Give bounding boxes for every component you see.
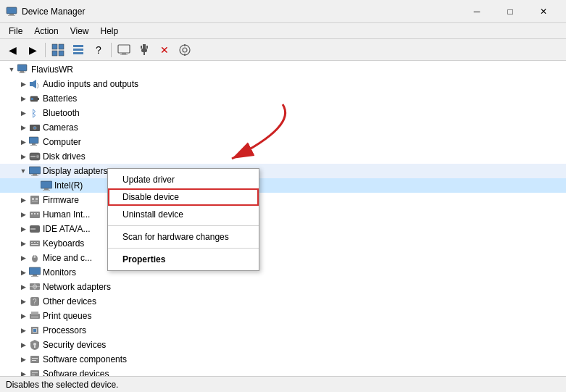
- menu-action[interactable]: Action: [28, 25, 64, 38]
- svg-rect-56: [30, 228, 36, 230]
- monitors-expand-icon[interactable]: ▶: [17, 267, 29, 278]
- cameras-expand-icon[interactable]: ▶: [17, 122, 29, 133]
- keyboards-label: Keyboards: [43, 238, 84, 249]
- ideata-expand-icon[interactable]: ▶: [17, 223, 29, 235]
- tree-item-monitors[interactable]: ▶ Monitors: [0, 265, 566, 280]
- toolbar-back[interactable]: ◀: [3, 41, 22, 59]
- svg-rect-65: [29, 267, 41, 275]
- keyboards-expand-icon[interactable]: ▶: [17, 238, 29, 249]
- displayadapters-icon: [29, 165, 41, 177]
- svg-point-80: [33, 343, 36, 346]
- menu-view[interactable]: View: [64, 25, 95, 38]
- tree-item-batteries[interactable]: ▶ Batteries: [0, 91, 566, 106]
- network-expand-icon[interactable]: ▶: [17, 281, 29, 293]
- tree-item-bluetooth[interactable]: ▶ ᛒ Bluetooth: [0, 106, 566, 120]
- tree-item-network[interactable]: ▶ Network adapters: [0, 280, 566, 294]
- diskdrives-expand-icon[interactable]: ▶: [17, 151, 29, 162]
- root-expand-icon[interactable]: ▼: [6, 64, 17, 75]
- computer-expand-icon[interactable]: ▶: [17, 136, 29, 148]
- svg-rect-82: [30, 356, 39, 363]
- toolbar: ◀ ▶ ? ✕: [0, 39, 566, 61]
- toolbar-monitor[interactable]: [115, 41, 133, 59]
- ctx-uninstall-device[interactable]: Uninstall device: [108, 206, 259, 223]
- toolbar-help[interactable]: ?: [89, 41, 108, 59]
- svg-rect-46: [43, 190, 50, 191]
- firmware-icon: [29, 194, 41, 206]
- tree-item-printqueues[interactable]: ▶ Print queues: [0, 309, 566, 323]
- toolbar-forward[interactable]: ▶: [23, 41, 42, 59]
- svg-point-39: [36, 155, 39, 158]
- tree-item-softwarecomp[interactable]: ▶ Software components: [0, 352, 566, 367]
- svg-rect-57: [30, 241, 40, 246]
- menu-help[interactable]: Help: [95, 25, 125, 38]
- minimize-button[interactable]: ─: [460, 0, 494, 23]
- ctx-disable-device[interactable]: Disable device: [108, 188, 259, 206]
- displayadapters-expand-icon[interactable]: ▼: [17, 165, 29, 177]
- network-icon: [29, 281, 41, 293]
- svg-rect-8: [73, 49, 83, 51]
- batteries-expand-icon[interactable]: ▶: [17, 93, 29, 104]
- svg-rect-24: [19, 72, 25, 73]
- tree-root[interactable]: ▼ FlaviusWR: [0, 62, 566, 77]
- tree-item-ideata[interactable]: ▶ IDE ATA/A...: [0, 222, 566, 236]
- maximize-button[interactable]: □: [494, 0, 527, 23]
- printqueues-expand-icon[interactable]: ▶: [17, 310, 29, 322]
- tree-item-displayadapters[interactable]: ▼ Display adapters: [0, 164, 566, 178]
- processors-expand-icon[interactable]: ▶: [17, 325, 29, 336]
- security-expand-icon[interactable]: ▶: [17, 339, 29, 351]
- security-label: Security devices: [43, 340, 106, 350]
- svg-point-19: [183, 48, 187, 52]
- svg-rect-86: [32, 372, 38, 373]
- toolbar-plug[interactable]: [135, 41, 154, 59]
- security-icon: [29, 339, 41, 351]
- svg-rect-47: [30, 196, 39, 204]
- tree-item-cameras[interactable]: ▶ Cameras: [0, 120, 566, 135]
- diskdrives-icon: [29, 151, 41, 162]
- ctx-properties[interactable]: Properties: [108, 251, 259, 268]
- tree-view[interactable]: ▼ FlaviusWR ▶ ) Audio inputs and outputs…: [0, 61, 566, 376]
- ctx-sep1: [108, 225, 259, 226]
- firmware-expand-icon[interactable]: ▶: [17, 194, 29, 206]
- window-title: Device Manager: [22, 7, 460, 17]
- bluetooth-expand-icon[interactable]: ▶: [17, 107, 29, 119]
- tree-item-firmware[interactable]: ▶ Firmware: [0, 193, 566, 207]
- tree-item-security[interactable]: ▶ Security devices: [0, 338, 566, 352]
- svg-rect-12: [120, 54, 128, 55]
- svg-rect-6: [59, 51, 64, 56]
- svg-text:?: ?: [33, 298, 37, 306]
- ctx-scan-hardware[interactable]: Scan for hardware changes: [108, 228, 259, 246]
- humanint-expand-icon[interactable]: ▶: [17, 209, 29, 220]
- close-button[interactable]: ✕: [527, 0, 560, 23]
- softwaredev-expand-icon[interactable]: ▶: [17, 368, 29, 376]
- tree-item-diskdrives[interactable]: ▶ Disk drives: [0, 149, 566, 164]
- tree-item-softwaredev[interactable]: ▶ Software devices: [0, 367, 566, 376]
- tree-item-mice[interactable]: ▶ Mice and c...: [0, 251, 566, 265]
- svg-rect-7: [73, 45, 83, 47]
- tree-item-computer[interactable]: ▶ Computer: [0, 135, 566, 149]
- cameras-label: Cameras: [43, 122, 78, 133]
- mice-expand-icon[interactable]: ▶: [17, 252, 29, 264]
- keyboards-icon: [29, 238, 41, 249]
- diskdrives-label: Disk drives: [43, 151, 86, 162]
- batteries-icon: [29, 93, 41, 104]
- tree-item-intel[interactable]: Intel(R): [0, 178, 566, 193]
- menu-file[interactable]: File: [3, 25, 28, 38]
- toolbar-uninstall[interactable]: ✕: [155, 41, 174, 59]
- audio-expand-icon[interactable]: ▶: [17, 78, 29, 90]
- toolbar-collapse[interactable]: [69, 41, 88, 59]
- tree-item-keyboards[interactable]: ▶ Keyboards: [0, 236, 566, 251]
- tree-item-processors[interactable]: ▶ Processors: [0, 323, 566, 338]
- tree-item-other[interactable]: ▶ ? Other devices: [0, 294, 566, 309]
- svg-rect-61: [31, 244, 38, 245]
- svg-rect-10: [118, 45, 130, 53]
- tree-item-audio[interactable]: ▶ ) Audio inputs and outputs: [0, 77, 566, 91]
- tree-item-humanint[interactable]: ▶ Human Int...: [0, 207, 566, 222]
- svg-rect-43: [31, 175, 38, 176]
- root-label: FlaviusWR: [31, 64, 73, 75]
- softwarecomp-expand-icon[interactable]: ▶: [17, 354, 29, 365]
- other-expand-icon[interactable]: ▶: [17, 296, 29, 307]
- svg-point-34: [34, 127, 36, 129]
- toolbar-show-all[interactable]: [49, 41, 67, 59]
- toolbar-scan[interactable]: [175, 41, 194, 59]
- ctx-update-driver[interactable]: Update driver: [108, 171, 259, 188]
